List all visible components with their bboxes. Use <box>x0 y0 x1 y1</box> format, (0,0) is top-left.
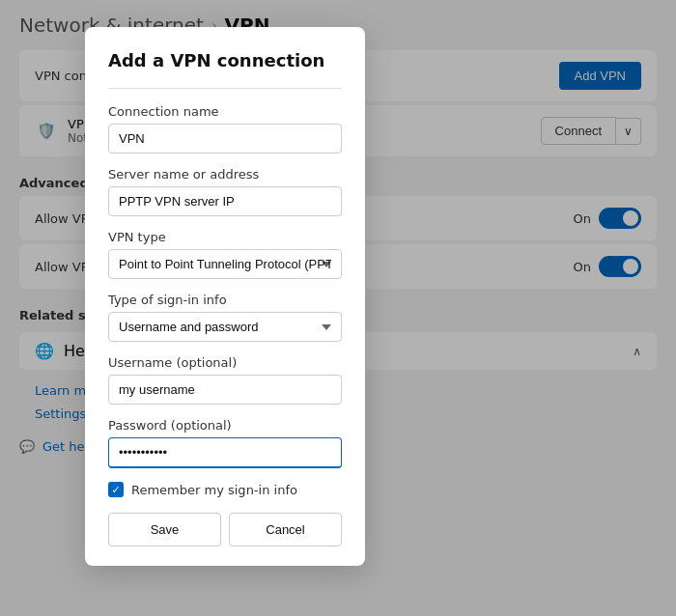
dialog-divider <box>108 88 342 89</box>
password-label: Password (optional) <box>108 418 342 433</box>
remember-label: Remember my sign-in info <box>131 483 297 497</box>
password-input[interactable] <box>108 437 342 468</box>
vpn-type-group: VPN type Point to Point Tunneling Protoc… <box>108 230 342 279</box>
username-input[interactable] <box>108 375 342 405</box>
cancel-button[interactable]: Cancel <box>229 513 342 546</box>
vpn-type-label: VPN type <box>108 230 342 244</box>
username-label: Username (optional) <box>108 355 342 370</box>
add-vpn-dialog: Add a VPN connection Connection name Ser… <box>85 27 365 566</box>
connection-name-label: Connection name <box>108 104 342 119</box>
signin-type-select[interactable]: Username and password Smart card One-tim… <box>108 312 342 342</box>
signin-type-group: Type of sign-in info Username and passwo… <box>108 293 342 342</box>
dialog-footer: Save Cancel <box>108 513 342 546</box>
server-group: Server name or address <box>108 167 342 216</box>
save-button[interactable]: Save <box>108 513 221 546</box>
vpn-type-select[interactable]: Point to Point Tunneling Protocol (PPTP)… <box>108 249 342 279</box>
dialog-title: Add a VPN connection <box>108 50 342 70</box>
connection-name-input[interactable] <box>108 124 342 154</box>
remember-checkbox[interactable] <box>108 482 124 497</box>
server-label: Server name or address <box>108 167 342 182</box>
signin-type-label: Type of sign-in info <box>108 293 342 307</box>
connection-name-group: Connection name <box>108 104 342 154</box>
server-input[interactable] <box>108 186 342 216</box>
remember-checkbox-row[interactable]: Remember my sign-in info <box>108 482 342 497</box>
username-group: Username (optional) <box>108 355 342 405</box>
password-group: Password (optional) <box>108 418 342 468</box>
